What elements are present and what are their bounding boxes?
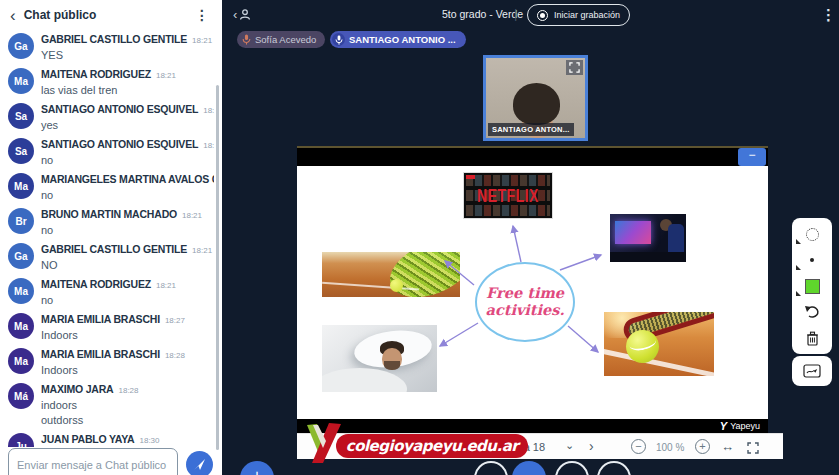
multi-user-whiteboard-button[interactable] <box>792 356 832 386</box>
message-body: no <box>41 224 202 237</box>
avatar: Ma <box>8 278 34 304</box>
mindmap-center: Free time activities. <box>475 262 575 342</box>
message-time: 18:27 <box>165 314 185 327</box>
chat-options-menu-icon[interactable]: ⋮ <box>192 7 212 23</box>
message-body: NO <box>41 259 210 272</box>
message-sender: MARIA EMILIA BRASCHI <box>41 348 160 361</box>
next-slide-button[interactable]: › <box>589 438 594 454</box>
chat-message-input[interactable] <box>8 448 178 475</box>
message-text: yes <box>41 119 210 132</box>
yapeyu-logo-icon: Y <box>720 420 727 432</box>
shape-tool-icon <box>806 228 819 241</box>
sleeping-image <box>322 325 437 392</box>
message-body: YES <box>41 49 210 62</box>
mindmap-title-line2: activities. <box>485 302 564 319</box>
chat-message: Ma MARIA EMILIA BRASCHI 18:27 Indoors <box>0 310 214 345</box>
presentation-titlebar <box>297 146 768 166</box>
message-time: 18:21 <box>203 139 214 152</box>
chat-message: Ju JUAN PABLO YAYA 18:30 se escucha trab… <box>0 430 214 447</box>
thickness-tool-button[interactable] <box>792 247 832 273</box>
screenshare-button[interactable] <box>597 461 631 475</box>
message-sender: GABRIEL CASTILLO GENTILE <box>41 33 187 46</box>
active-mic-icon <box>332 33 345 46</box>
message-body: Indoors <box>41 329 185 342</box>
message-text: no <box>41 154 210 167</box>
webcam-video-santiago[interactable]: SANTIAGO ANTON... <box>483 55 588 141</box>
muted-mic-icon <box>242 34 251 45</box>
speaker-badge-muted[interactable]: Sofía Acevedo <box>237 31 325 48</box>
speaker-name: Sofía Acevedo <box>255 34 316 45</box>
message-time: 18:21 <box>156 69 176 82</box>
send-message-button[interactable] <box>186 451 213 475</box>
avatar: Ga <box>8 243 34 269</box>
speaker-badge-active[interactable]: SANTIAGO ANTONIO ... <box>330 31 466 48</box>
message-text: no <box>41 224 202 237</box>
webcam-button[interactable] <box>555 461 589 475</box>
options-menu-icon[interactable]: ⋮ <box>817 6 839 24</box>
message-body: indoorsoutdorss <box>41 399 139 427</box>
record-label: Iniciar grabación <box>554 10 620 20</box>
mindmap-title-line1: Free time <box>486 285 564 302</box>
message-sender: BRUNO MARTIN MACHADO <box>41 208 177 221</box>
message-text: Indoors <box>41 364 185 377</box>
message-sender: MAXIMO JARA <box>41 383 113 396</box>
zoom-in-button[interactable]: + <box>695 439 710 454</box>
school-logo-icon <box>299 422 343 464</box>
chat-message: Ma MARIANGELES MARTINA AVALOS C... 18:21… <box>0 170 214 205</box>
webcam-name-label: SANTIAGO ANTON... <box>488 123 574 136</box>
presentation-slide[interactable]: NETFLIX <box>297 166 768 419</box>
actions-plus-button[interactable]: + <box>240 461 274 475</box>
message-sender: MARIANGELES MARTINA AVALOS C... <box>41 173 214 186</box>
color-tool-button[interactable] <box>792 273 832 299</box>
avatar: Ju <box>8 433 34 447</box>
chat-message: Má MAXIMO JARA 18:28 indoorsoutdorss <box>0 380 214 430</box>
clear-annotations-button[interactable] <box>792 325 832 351</box>
user-icon <box>238 8 251 21</box>
avatar: Br <box>8 208 34 234</box>
chat-scrollbar[interactable] <box>216 85 219 450</box>
message-time: 18:21 <box>203 104 214 117</box>
zoom-out-button[interactable]: − <box>631 439 646 454</box>
chat-message: Sa SANTIAGO ANTONIO ESQUIVEL 18:21 no <box>0 135 214 170</box>
mute-button[interactable] <box>474 461 508 475</box>
netflix-image: NETFLIX <box>463 172 553 219</box>
shape-tool-button[interactable] <box>792 221 832 247</box>
undo-icon <box>804 305 820 319</box>
message-sender: SANTIAGO ANTONIO ESQUIVEL <box>41 103 198 116</box>
chat-message: Sa SANTIAGO ANTONIO ESQUIVEL 18:21 yes <box>0 100 214 135</box>
gaming-image <box>610 214 686 262</box>
avatar: Ga <box>8 33 34 59</box>
message-text: no <box>41 189 210 202</box>
multi-user-whiteboard-icon <box>803 364 821 378</box>
thickness-dot-icon <box>810 258 814 262</box>
avatar: Ma <box>8 173 34 199</box>
back-chevron-icon[interactable]: ‹ <box>10 7 16 24</box>
fit-width-button[interactable]: ↔ <box>721 439 734 454</box>
whiteboard-toolbar <box>792 218 832 354</box>
fullscreen-button[interactable] <box>747 440 759 458</box>
slide-list-chevron-icon[interactable]: ⌄ <box>565 439 574 452</box>
webcam-fullscreen-icon[interactable] <box>566 60 583 75</box>
avatar: Ma <box>8 68 34 94</box>
start-recording-button[interactable]: Iniciar grabación <box>527 4 630 26</box>
message-body: no <box>41 154 210 167</box>
avatar: Sa <box>8 103 34 129</box>
webcam-hair <box>513 83 560 125</box>
chat-message: Ma MAITENA RODRIGUEZ 18:21 las vias del … <box>0 65 214 100</box>
audio-button[interactable] <box>512 461 546 475</box>
yapeyu-watermark: Y Yapeyu <box>720 420 760 432</box>
chat-title: Chat público <box>24 8 184 22</box>
minimize-presentation-button[interactable]: − <box>738 148 766 166</box>
message-text: Indoors <box>41 329 185 342</box>
chat-message: Ga GABRIEL CASTILLO GENTILE 18:21 NO <box>0 240 214 275</box>
message-body: las vias del tren <box>41 84 176 97</box>
userlist-toggle-button[interactable]: ‹ <box>233 7 251 22</box>
undo-button[interactable] <box>792 299 832 325</box>
chat-message: Br BRUNO MARTIN MACHADO 18:21 no <box>0 205 214 240</box>
bbb-meeting-app: ‹ Chat público ⋮ Ga GABRIEL CASTILLO GEN… <box>0 0 839 475</box>
message-sender: JUAN PABLO YAYA <box>41 433 134 446</box>
avatar: Má <box>8 383 34 409</box>
message-text: las vias del tren <box>41 84 176 97</box>
message-time: 18:21 <box>182 209 202 222</box>
message-body: no <box>41 189 210 202</box>
